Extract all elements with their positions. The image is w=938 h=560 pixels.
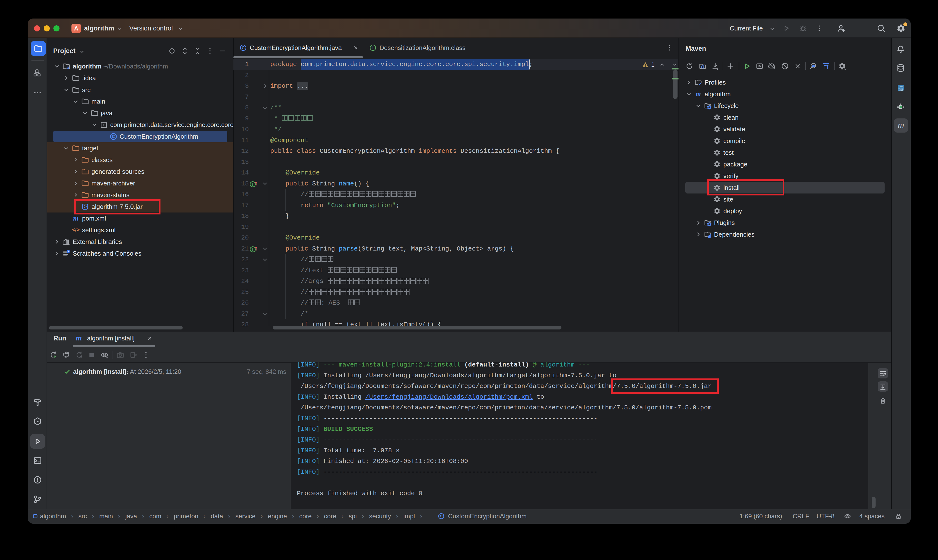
svg-text:m: m xyxy=(696,90,701,97)
svg-text:m: m xyxy=(76,334,82,342)
svg-text:I: I xyxy=(372,46,373,50)
svg-text:1010: 1010 xyxy=(898,89,903,91)
svg-text:C: C xyxy=(440,514,443,518)
svg-text:I: I xyxy=(252,182,253,187)
svg-text:m: m xyxy=(73,214,78,222)
svg-text:C: C xyxy=(242,46,245,50)
svg-text:m: m xyxy=(898,121,904,130)
svg-text:I: I xyxy=(252,247,253,252)
svg-text:</>: </> xyxy=(72,227,80,233)
svg-text:C: C xyxy=(112,134,115,139)
